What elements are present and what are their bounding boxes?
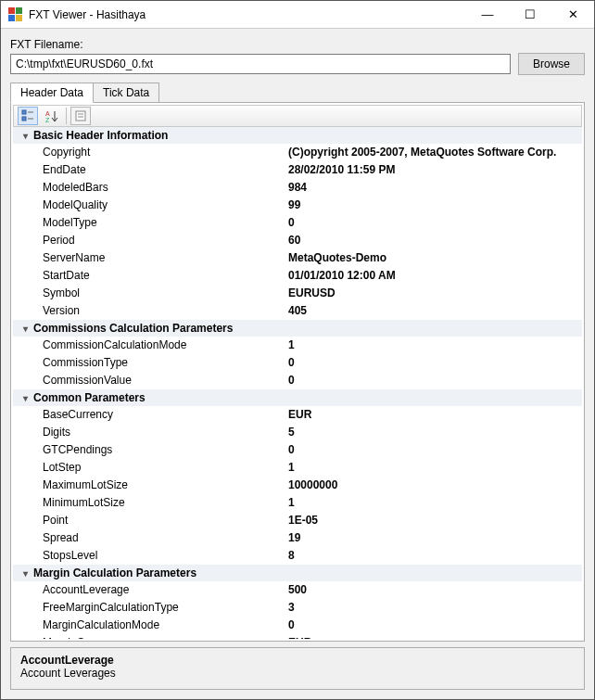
property-row[interactable]: CommissionValue0: [13, 372, 582, 389]
description-title: AccountLeverage: [20, 654, 575, 667]
filename-input[interactable]: C:\tmp\fxt\EURUSD60_0.fxt: [10, 54, 511, 74]
titlebar[interactable]: FXT Viewer - Hasithaya — ☐ ✕: [1, 1, 594, 29]
property-name: MinimumLotSize: [43, 495, 288, 511]
property-value[interactable]: 0: [288, 215, 295, 231]
property-value[interactable]: 0: [288, 373, 295, 388]
property-row[interactable]: CommissionType0: [13, 354, 582, 372]
property-name: Copyright: [43, 145, 288, 160]
category-header[interactable]: ▾Common Parameters: [13, 389, 582, 406]
chevron-down-icon: ▾: [19, 324, 32, 334]
property-row[interactable]: MinimumLotSize1: [13, 494, 582, 512]
property-value[interactable]: 5: [288, 425, 295, 440]
property-value[interactable]: 19: [288, 530, 300, 546]
svg-text:A: A: [45, 110, 50, 117]
property-row[interactable]: MarginCalculationMode0: [13, 617, 582, 634]
property-value[interactable]: 1: [288, 337, 295, 353]
property-value[interactable]: 10000000: [288, 477, 337, 493]
property-value[interactable]: 0: [288, 355, 295, 371]
property-name: MaximumLotSize: [43, 477, 288, 493]
tab-panel: A Z ▾Basic Header InformationCopyright(C: [10, 102, 585, 642]
property-name: StartDate: [43, 268, 288, 284]
property-value[interactable]: EURUSD: [288, 286, 335, 301]
property-name: ModelType: [43, 215, 288, 231]
category-title: Common Parameters: [33, 391, 146, 404]
category-header[interactable]: ▾Margin Calculation Parameters: [13, 565, 582, 581]
property-value[interactable]: (C)opyright 2005-2007, MetaQuotes Softwa…: [288, 145, 556, 160]
property-row[interactable]: AccountLeverage500: [13, 581, 582, 599]
property-row[interactable]: StopsLevel8: [13, 547, 582, 565]
property-row[interactable]: Spread19: [13, 529, 582, 547]
property-name: ModeledBars: [43, 180, 288, 196]
property-row[interactable]: MaximumLotSize10000000: [13, 477, 582, 494]
property-row[interactable]: Copyright(C)opyright 2005-2007, MetaQuot…: [13, 144, 582, 161]
property-row[interactable]: MarginCurrencyEUR: [13, 634, 582, 639]
minimize-button[interactable]: —: [466, 1, 509, 28]
property-name: BaseCurrency: [43, 407, 288, 423]
property-value[interactable]: 60: [288, 233, 300, 248]
property-row[interactable]: BaseCurrencyEUR: [13, 406, 582, 424]
property-row[interactable]: FreeMarginCalculationType3: [13, 599, 582, 617]
property-name: CommissionType: [43, 355, 288, 371]
property-row[interactable]: Version405: [13, 302, 582, 320]
tab-tick-data[interactable]: Tick Data: [93, 83, 159, 103]
window-title: FXT Viewer - Hasithaya: [29, 8, 466, 21]
property-value[interactable]: 28/02/2010 11:59 PM: [288, 162, 395, 178]
tab-strip: Header Data Tick Data: [10, 83, 585, 103]
property-value[interactable]: 3: [288, 600, 295, 616]
property-value[interactable]: 99: [288, 197, 300, 213]
property-row[interactable]: CommissionCalculationMode1: [13, 337, 582, 354]
app-window: FXT Viewer - Hasithaya — ☐ ✕ FXT Filenam…: [0, 0, 595, 700]
property-value[interactable]: 1: [288, 460, 295, 476]
alphabetical-view-button[interactable]: A Z: [42, 107, 62, 125]
property-row[interactable]: ModelType0: [13, 214, 582, 232]
category-header[interactable]: ▾Commissions Calculation Parameters: [13, 320, 582, 337]
categorized-icon: [21, 109, 34, 122]
description-panel: AccountLeverage Account Leverages: [10, 647, 585, 690]
chevron-down-icon: ▾: [19, 393, 32, 403]
property-value[interactable]: 8: [288, 548, 295, 564]
category-header[interactable]: ▾Basic Header Information: [13, 127, 582, 144]
property-row[interactable]: LotStep1: [13, 459, 582, 477]
property-row[interactable]: ModeledBars984: [13, 179, 582, 197]
toolbar-separator: [66, 108, 67, 124]
propertygrid-toolbar: A Z: [13, 105, 582, 127]
svg-rect-7: [76, 111, 85, 121]
property-name: GTCPendings: [43, 442, 288, 458]
property-row[interactable]: ModelQuality99: [13, 197, 582, 214]
property-row[interactable]: SymbolEURUSD: [13, 285, 582, 302]
property-name: Symbol: [43, 286, 288, 301]
property-name: FreeMarginCalculationType: [43, 600, 288, 616]
property-value[interactable]: 984: [288, 180, 307, 196]
property-value[interactable]: 500: [288, 582, 307, 598]
property-grid[interactable]: ▾Basic Header InformationCopyright(C)opy…: [13, 127, 582, 639]
close-button[interactable]: ✕: [551, 1, 594, 28]
tab-header-data[interactable]: Header Data: [10, 83, 94, 103]
browse-button[interactable]: Browse: [518, 53, 585, 75]
category-title: Margin Calculation Parameters: [33, 566, 196, 579]
property-name: Spread: [43, 530, 288, 546]
property-value[interactable]: 0: [288, 617, 295, 633]
property-value[interactable]: EUR: [288, 635, 311, 639]
maximize-button[interactable]: ☐: [509, 1, 551, 28]
property-name: StopsLevel: [43, 548, 288, 564]
property-value[interactable]: MetaQuotes-Demo: [288, 250, 386, 266]
property-value[interactable]: EUR: [288, 407, 311, 423]
property-pages-button[interactable]: [70, 107, 91, 125]
categorized-view-button[interactable]: [18, 107, 38, 125]
property-value[interactable]: 0: [288, 442, 295, 458]
property-value[interactable]: 405: [288, 303, 307, 319]
property-row[interactable]: Point1E-05: [13, 512, 582, 529]
property-value[interactable]: 1E-05: [288, 513, 318, 528]
property-row[interactable]: EndDate28/02/2010 11:59 PM: [13, 161, 582, 179]
property-row[interactable]: StartDate01/01/2010 12:00 AM: [13, 267, 582, 285]
svg-text:Z: Z: [45, 117, 50, 122]
property-row[interactable]: Period60: [13, 232, 582, 249]
property-name: MarginCurrency: [43, 635, 288, 639]
property-row[interactable]: GTCPendings0: [13, 441, 582, 459]
description-text: Account Leverages: [20, 667, 575, 680]
property-value[interactable]: 01/01/2010 12:00 AM: [288, 268, 396, 284]
property-row[interactable]: Digits5: [13, 424, 582, 441]
property-row[interactable]: ServerNameMetaQuotes-Demo: [13, 249, 582, 267]
property-value[interactable]: 1: [288, 495, 295, 511]
chevron-down-icon: ▾: [19, 131, 32, 141]
